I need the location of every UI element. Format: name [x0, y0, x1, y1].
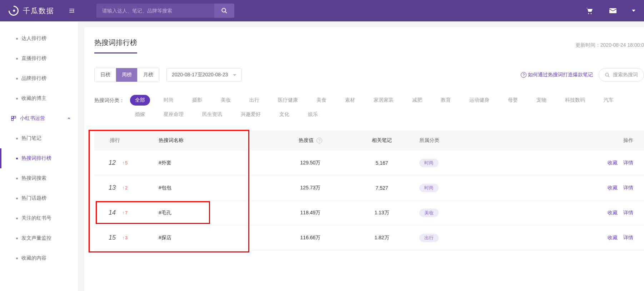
svg-rect-6 [11, 119, 13, 121]
category-item[interactable]: 减肥 [407, 95, 427, 106]
col-header-ops: 操作 [512, 137, 637, 144]
period-tabs: 日榜周榜月榜 [94, 68, 159, 82]
category-item[interactable]: 家居家装 [369, 95, 399, 106]
chevron-up-icon [67, 116, 71, 121]
cell-heat: 116.66万 [276, 235, 344, 241]
category-item[interactable]: 全部 [130, 95, 150, 106]
table-row: 15↑3#探店116.66万1.82万出行收藏详情 [94, 225, 644, 250]
sidebar-item[interactable]: 发文声量监控 [0, 228, 78, 248]
update-time: 更新时间：2020-08-24 18:00:0 [575, 42, 644, 53]
cell-keyword: #包包 [159, 185, 276, 191]
category-item[interactable]: 出行 [244, 95, 264, 106]
cell-notes: 5,167 [344, 160, 419, 166]
controls-row: 日榜周榜月榜 2020-08-17至2020-08-23 ? 如何通过热搜词打造… [94, 68, 644, 82]
cell-notes: 1.82万 [344, 235, 419, 241]
question-icon[interactable]: ? [316, 138, 322, 143]
detail-link[interactable]: 详情 [623, 160, 633, 166]
sidebar-group-xiaohongshu[interactable]: 小红书运营 [0, 108, 78, 128]
category-item[interactable]: 汽车 [599, 95, 619, 106]
table-row: 14↑7#毛孔118.49万1.13万美妆收藏详情 [94, 200, 644, 225]
user-menu-trigger[interactable] [632, 6, 635, 15]
category-item[interactable]: 科技数码 [560, 95, 590, 106]
category-item[interactable]: 时尚 [159, 95, 179, 106]
local-search-placeholder: 搜索热搜词 [613, 72, 638, 78]
cell-category: 出行 [419, 234, 512, 242]
question-icon: ? [521, 72, 526, 78]
rank-delta: ↑2 [122, 185, 128, 190]
date-range-select[interactable]: 2020-08-17至2020-08-23 [166, 68, 242, 82]
category-filter: 热搜词分类： 全部时尚摄影美妆出行医疗健康美食素材家居家装减肥教育运动健身母婴宠… [94, 95, 644, 123]
favorite-link[interactable]: 收藏 [608, 210, 618, 216]
category-item[interactable]: 娱乐 [303, 109, 323, 120]
category-item[interactable]: 美食 [311, 95, 331, 106]
sidebar-item[interactable]: 热搜词排行榜 [0, 148, 78, 168]
period-tab[interactable]: 周榜 [116, 68, 138, 82]
sidebar-item[interactable]: 关注的红书号 [0, 208, 78, 228]
sidebar-item[interactable]: 热搜词搜索 [0, 168, 78, 188]
cell-heat: 118.49万 [276, 210, 344, 216]
sidebar-collapse-toggle[interactable] [69, 7, 75, 14]
category-item[interactable]: 教育 [436, 95, 456, 106]
table-row: 12↑5#外套129.50万5,167时尚收藏详情 [94, 150, 644, 175]
sidebar-item[interactable]: 收藏的博主 [0, 88, 78, 108]
search-input[interactable] [96, 4, 214, 18]
sidebar-item[interactable]: 热门话题榜 [0, 188, 78, 208]
cell-keyword: #外套 [159, 160, 276, 166]
period-tab[interactable]: 月榜 [138, 68, 159, 82]
detail-link[interactable]: 详情 [623, 235, 633, 241]
category-item[interactable]: 运动健身 [464, 95, 494, 106]
category-item[interactable]: 摄影 [187, 95, 207, 106]
mail-icon[interactable] [608, 6, 618, 15]
period-tab[interactable]: 日榜 [95, 68, 116, 82]
sidebar-item[interactable]: 达人排行榜 [0, 29, 78, 48]
category-item[interactable]: 美妆 [216, 95, 236, 106]
category-item[interactable]: 婚嫁 [130, 109, 150, 120]
category-item[interactable]: 民生资讯 [197, 109, 227, 120]
category-item[interactable]: 兴趣爱好 [236, 109, 266, 120]
cart-icon[interactable] [585, 6, 594, 15]
category-tag: 美妆 [419, 209, 439, 217]
table-header: 排行 热搜词名称 热度值 ? 相关笔记 所属分类 操作 [94, 131, 644, 150]
cell-category: 时尚 [419, 184, 512, 192]
favorite-link[interactable]: 收藏 [608, 235, 618, 241]
sidebar-item[interactable]: 热门笔记 [0, 128, 78, 148]
content-panel: 热搜词排行榜 更新时间：2020-08-24 18:00:0 日榜周榜月榜 20… [84, 27, 644, 291]
cell-category: 时尚 [419, 159, 512, 167]
category-item[interactable]: 医疗健康 [273, 95, 303, 106]
category-tag: 时尚 [419, 184, 439, 192]
favorite-link[interactable]: 收藏 [608, 160, 618, 166]
rank-number: 12 [105, 159, 116, 167]
rank-delta: ↑3 [122, 235, 128, 240]
cell-notes: 7,527 [344, 185, 419, 191]
cell-keyword: #探店 [159, 235, 276, 241]
cell-rank: 14↑7 [101, 209, 159, 216]
favorite-link[interactable]: 收藏 [608, 185, 618, 191]
sidebar-item[interactable]: 直播排行榜 [0, 48, 78, 68]
cell-keyword: #毛孔 [159, 210, 276, 216]
tip-link[interactable]: ? 如何通过热搜词打造爆款笔记 [521, 72, 593, 78]
sidebar-item[interactable]: 品牌排行榜 [0, 68, 78, 88]
col-header-rank: 排行 [101, 137, 159, 144]
col-header-heat: 热度值 ? [276, 137, 344, 144]
category-item[interactable]: 星座命理 [159, 109, 189, 120]
cell-rank: 13↑2 [101, 184, 159, 192]
arrow-up-icon: ↑ [122, 210, 124, 215]
page-title: 热搜词排行榜 [94, 38, 137, 53]
category-item[interactable]: 母婴 [503, 95, 523, 106]
local-search[interactable]: 搜索热搜词 [599, 68, 644, 82]
cell-rank: 15↑3 [101, 234, 159, 241]
category-item[interactable]: 宠物 [531, 95, 551, 106]
rank-delta: ↑5 [122, 160, 128, 165]
logo[interactable]: 千瓜数据 [9, 6, 54, 16]
svg-point-1 [588, 13, 589, 14]
detail-link[interactable]: 详情 [623, 185, 633, 191]
category-item[interactable]: 文化 [274, 109, 294, 120]
arrow-up-icon: ↑ [122, 160, 124, 165]
detail-link[interactable]: 详情 [623, 210, 633, 216]
rank-number: 13 [105, 184, 116, 192]
search-button[interactable] [214, 4, 234, 18]
cell-ops: 收藏详情 [512, 185, 637, 191]
cell-ops: 收藏详情 [512, 160, 637, 166]
category-item[interactable]: 素材 [340, 95, 360, 106]
sidebar-item[interactable]: 收藏的内容 [0, 248, 78, 268]
